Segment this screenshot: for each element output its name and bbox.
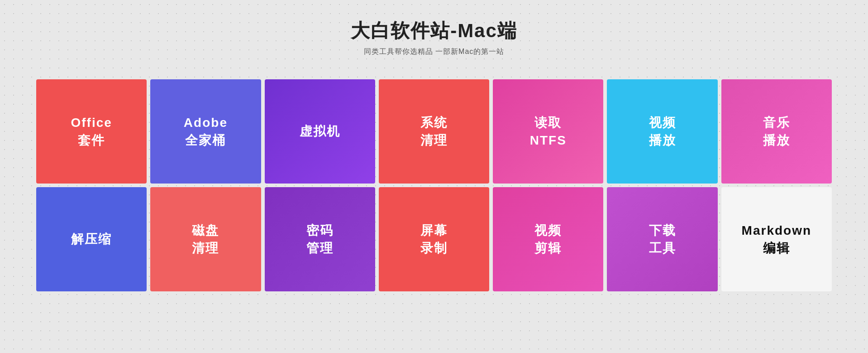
category-download-label: 下载工具 [649,222,676,257]
category-disk-clean-label: 磁盘清理 [192,222,219,257]
category-screen-rec[interactable]: 屏幕录制 [379,187,489,291]
category-ntfs[interactable]: 读取NTFS [493,79,603,184]
page-header: 大白软件站-Mac端 同类工具帮你选精品 一部新Mac的第一站 [0,0,868,70]
category-adobe-label: Adobe全家桶 [184,114,228,149]
category-adobe[interactable]: Adobe全家桶 [150,79,261,184]
grid-row-2: 解压缩磁盘清理密码管理屏幕录制视频剪辑下载工具Markdown编辑 [36,187,832,291]
category-music-play-label: 音乐播放 [763,114,790,149]
category-unzip-label: 解压缩 [71,230,112,248]
category-download[interactable]: 下载工具 [607,187,717,291]
category-video-edit[interactable]: 视频剪辑 [493,187,603,291]
category-screen-rec-label: 屏幕录制 [420,222,448,257]
category-disk-clean[interactable]: 磁盘清理 [150,187,261,291]
category-markdown-label: Markdown编辑 [742,222,811,257]
category-sys-clean[interactable]: 系统清理 [379,79,489,184]
category-vm[interactable]: 虚拟机 [265,79,375,184]
page-subtitle: 同类工具帮你选精品 一部新Mac的第一站 [0,47,868,57]
category-office[interactable]: Office套件 [36,79,147,184]
category-vm-label: 虚拟机 [300,122,340,140]
category-video-play-label: 视频播放 [649,114,676,149]
category-video-play[interactable]: 视频播放 [607,79,717,184]
category-music-play[interactable]: 音乐播放 [721,79,832,184]
category-pwd-mgr-label: 密码管理 [306,222,334,257]
category-office-label: Office套件 [71,114,112,149]
category-sys-clean-label: 系统清理 [420,114,448,149]
category-pwd-mgr[interactable]: 密码管理 [265,187,375,291]
category-grid: Office套件Adobe全家桶虚拟机系统清理读取NTFS视频播放音乐播放 解压… [0,70,868,300]
category-ntfs-label: 读取NTFS [530,114,567,149]
grid-row-1: Office套件Adobe全家桶虚拟机系统清理读取NTFS视频播放音乐播放 [36,79,832,184]
category-video-edit-label: 视频剪辑 [534,222,562,257]
category-markdown[interactable]: Markdown编辑 [721,187,832,291]
category-unzip[interactable]: 解压缩 [36,187,147,291]
page-title: 大白软件站-Mac端 [0,18,868,44]
